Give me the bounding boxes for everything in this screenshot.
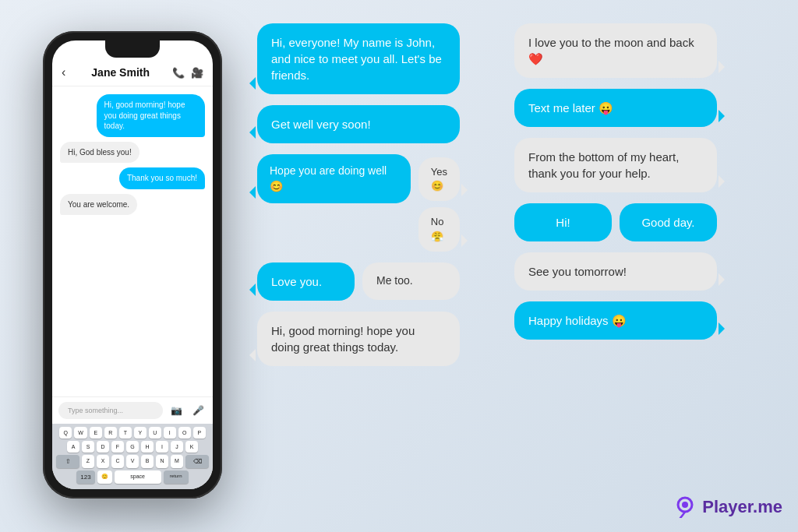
bubble-hi-goodday-row: Hi! Good day. [514,203,717,241]
key-u[interactable]: U [149,427,161,439]
bubble-holidays: Happy holidays 😛 [514,301,717,340]
bubble-hi: Hi! [514,203,612,241]
bubble-thankhelp: From the bottom of my heart, thank you f… [514,138,717,192]
back-button[interactable]: ‹ [62,65,65,79]
key-i[interactable]: I [164,427,176,439]
key-x[interactable]: X [97,455,109,468]
mic-icon[interactable]: 🎤 [189,402,207,419]
key-y[interactable]: Y [134,427,147,439]
key-b[interactable]: B [141,455,154,468]
bubble-tomorrow-wrap: See you tomorrow! [514,252,717,291]
brand-footer: Player.me [674,496,782,518]
key-d[interactable]: D [97,441,109,453]
input-area: Type something... 📷 🎤 [52,396,213,424]
message-bubble: Hi, good morning! hope you doing great t… [97,94,206,137]
brand-logo-icon [674,496,696,518]
key-o[interactable]: O [178,427,191,439]
bubble-goodmorning: Hi, good morning! hope you doing great t… [257,312,460,366]
key-i2[interactable]: I [156,441,168,453]
bubble-tomorrow: See you tomorrow! [514,252,717,291]
key-123[interactable]: 123 [76,470,94,484]
keyboard: Q W E R T Y U I O P A S D F G H [52,424,213,489]
key-w[interactable]: W [74,427,87,439]
key-g[interactable]: G [126,441,139,453]
key-f[interactable]: F [111,441,124,453]
bubble-metoo: Me too. [362,262,460,300]
call-icon[interactable]: 📞 [172,67,185,79]
right-bubble-column: I love you to the moon and back ❤️ Text … [514,23,717,351]
message-bubble: You are welcome. [60,194,137,216]
key-s[interactable]: S [82,441,94,453]
key-z[interactable]: Z [82,455,94,468]
bubble-intro: Hi, everyone! My name is John, and nice … [257,23,460,94]
bubble-loveyou: Love you. [257,262,355,301]
key-v[interactable]: V [126,455,139,468]
key-t[interactable]: T [119,427,132,439]
contact-name: Jane Smith [73,66,168,79]
key-a[interactable]: A [67,441,79,453]
left-bubble-column: Hi, everyone! My name is John, and nice … [257,23,460,377]
phone-screen: ‹ Jane Smith 📞 🎥 Hi, good morning! hope … [52,41,213,489]
key-r[interactable]: R [104,427,117,439]
message-bubble: Thank you so much! [119,167,205,189]
message-input[interactable]: Type something... [58,402,163,419]
key-emoji[interactable]: 😊 [97,470,112,484]
svg-point-1 [682,502,688,508]
header-icons: 📞 🎥 [172,67,203,79]
key-shift[interactable]: ⇧ [56,455,79,468]
key-e[interactable]: E [90,427,102,439]
key-j[interactable]: J [171,441,183,453]
key-q[interactable]: Q [59,427,72,439]
phone-notch [105,41,160,58]
video-icon[interactable]: 🎥 [191,67,203,79]
bubble-yes: Yes 😊 [418,157,460,201]
key-delete[interactable]: ⌫ [185,455,209,468]
key-n[interactable]: N [156,455,168,468]
bubble-hopedoing: Hope you are doing well 😊 [257,154,411,203]
key-return[interactable]: return [164,470,189,484]
message-bubble: Hi, God bless you! [60,142,139,164]
chat-area: Hi, good morning! hope you doing great t… [52,86,213,396]
bubble-wellsoon: Get well very soon! [257,105,460,143]
bubbles-section: Hi, everyone! My name is John, and nice … [257,23,756,506]
key-h[interactable]: H [141,441,154,453]
key-space[interactable]: space [115,470,161,484]
brand-name-text: Player.me [702,497,782,517]
bubble-goodday: Good day. [620,203,717,241]
bubble-no: No 😤 [418,207,460,251]
key-m[interactable]: M [171,455,183,468]
camera-icon[interactable]: 📷 [168,402,185,419]
phone-mockup: ‹ Jane Smith 📞 🎥 Hi, good morning! hope … [43,31,222,499]
bubble-textlater: Text me later 😛 [514,89,717,127]
bubble-moonback: I love you to the moon and back ❤️ [514,23,717,78]
key-p[interactable]: P [193,427,206,439]
key-k[interactable]: K [185,441,198,453]
key-c[interactable]: C [111,455,124,468]
